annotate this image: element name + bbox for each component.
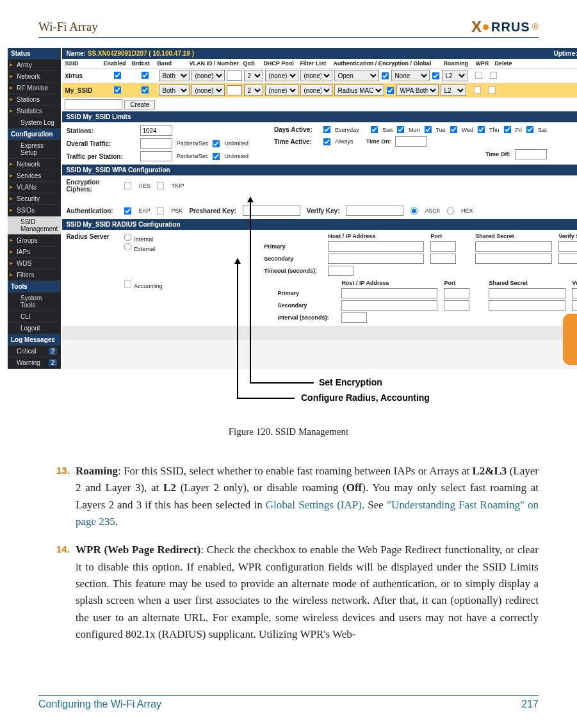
- ascii-radio[interactable]: [410, 207, 418, 214]
- enabled-checkbox[interactable]: [114, 86, 122, 93]
- sidebar-item-express-setup[interactable]: Express Setup: [8, 140, 61, 159]
- delete-checkbox[interactable]: [489, 86, 496, 93]
- vlan-num-input[interactable]: [227, 85, 242, 95]
- new-ssid-input[interactable]: [65, 99, 122, 109]
- acct-pri-host[interactable]: [341, 288, 437, 298]
- acct-sec-port[interactable]: [444, 300, 469, 311]
- perstation-unl-checkbox[interactable]: [213, 152, 220, 160]
- hex-radio[interactable]: [447, 207, 455, 214]
- roam-select[interactable]: L2: [441, 85, 466, 96]
- day-thu[interactable]: [478, 126, 485, 134]
- vlan-select[interactable]: (none): [191, 85, 225, 96]
- overall-input[interactable]: [140, 138, 172, 149]
- eap-checkbox[interactable]: [124, 207, 132, 214]
- acct-pri-port[interactable]: [444, 288, 469, 298]
- sidebar-item-security[interactable]: Security: [8, 193, 61, 205]
- overall-unl-checkbox[interactable]: [213, 140, 220, 147]
- ext-pri-host[interactable]: [328, 241, 424, 252]
- filter-select[interactable]: (none): [300, 70, 332, 81]
- enc-select[interactable]: None: [391, 70, 430, 81]
- acct-sec-secret[interactable]: [489, 300, 565, 311]
- wpr-checkbox[interactable]: [474, 86, 482, 93]
- stations-input[interactable]: [140, 125, 172, 136]
- sidebar-item-cli[interactable]: CLI: [8, 311, 61, 323]
- band-select[interactable]: Both: [159, 85, 190, 96]
- col-vlan: VLAN ID / Number: [189, 60, 241, 67]
- acct-pri-secret[interactable]: [489, 288, 565, 298]
- tkip-checkbox[interactable]: [157, 182, 165, 190]
- link-global-settings[interactable]: Global Settings (IAP): [266, 499, 362, 511]
- sidebar-item-wds[interactable]: WDS: [8, 258, 61, 270]
- dhcp-select[interactable]: (none): [265, 70, 298, 81]
- internal-radio[interactable]: [124, 234, 132, 241]
- vlan-select[interactable]: (none): [191, 70, 225, 81]
- sidebar-item-network[interactable]: Network: [8, 71, 61, 83]
- ext-sec-secret[interactable]: [475, 254, 552, 264]
- dhcp-select[interactable]: (none): [265, 85, 298, 96]
- sidebar-item-ssids[interactable]: SSIDs: [8, 205, 61, 216]
- sidebar-item-array[interactable]: Array: [8, 60, 61, 71]
- sidebar-item-warning[interactable]: Warning2: [8, 357, 61, 369]
- timeon-input[interactable]: [395, 136, 427, 147]
- band-select[interactable]: Both: [159, 70, 190, 81]
- create-button[interactable]: Create: [124, 100, 155, 109]
- day-wed[interactable]: [450, 126, 457, 134]
- day-mon[interactable]: [397, 126, 405, 134]
- enc-global-checkbox[interactable]: [432, 72, 440, 79]
- timeoff-input[interactable]: [515, 149, 547, 159]
- vlan-num-input[interactable]: [227, 70, 242, 81]
- qos-select[interactable]: 2: [244, 70, 263, 81]
- sidebar-item-filters[interactable]: Filters: [8, 270, 61, 281]
- delete-checkbox[interactable]: [490, 71, 498, 79]
- wpr-checkbox[interactable]: [475, 71, 483, 79]
- aes-checkbox[interactable]: [124, 182, 132, 190]
- sidebar-item-critical[interactable]: Critical2: [8, 346, 61, 357]
- day-tue[interactable]: [424, 126, 432, 134]
- ext-pri-port[interactable]: [430, 241, 456, 252]
- acct-sec-verify[interactable]: [572, 300, 577, 311]
- timeout-input[interactable]: [328, 266, 354, 276]
- sidebar-item-stations[interactable]: Stations: [8, 94, 61, 106]
- roam-select[interactable]: L2: [442, 70, 467, 81]
- always-checkbox[interactable]: [323, 138, 331, 145]
- ext-sec-host[interactable]: [328, 254, 424, 264]
- acct-pri-verify[interactable]: [572, 288, 577, 298]
- global-checkbox[interactable]: [387, 86, 394, 94]
- sidebar-item-system-log[interactable]: System Log: [8, 117, 61, 129]
- ext-pri-secret[interactable]: [475, 241, 552, 252]
- sidebar-item-network2[interactable]: Network: [8, 159, 61, 170]
- preshared-input[interactable]: [243, 206, 300, 216]
- perstation-input[interactable]: [140, 151, 172, 161]
- qos-select[interactable]: 2: [244, 85, 263, 96]
- verify-input[interactable]: [346, 206, 403, 216]
- sidebar-item-services[interactable]: Services: [8, 170, 61, 182]
- sidebar-item-statistics[interactable]: Statistics: [8, 106, 61, 117]
- day-sat[interactable]: [526, 126, 534, 134]
- day-fri[interactable]: [503, 126, 511, 134]
- enabled-checkbox[interactable]: [114, 71, 122, 79]
- sidebar-item-rf-monitor[interactable]: RF Monitor: [8, 83, 61, 94]
- brdcst-checkbox[interactable]: [142, 71, 149, 79]
- acct-sec-host[interactable]: [341, 300, 437, 311]
- day-sun[interactable]: [371, 126, 378, 134]
- sidebar-item-logout[interactable]: Logout: [8, 323, 61, 334]
- auth-select[interactable]: Open: [334, 70, 379, 81]
- everyday-checkbox[interactable]: [323, 126, 331, 134]
- brdcst-checkbox[interactable]: [142, 86, 149, 93]
- accounting-checkbox[interactable]: [124, 280, 132, 288]
- ext-sec-verify[interactable]: [558, 254, 577, 264]
- psk-checkbox[interactable]: [157, 207, 165, 214]
- auth-select[interactable]: Radius MAC: [334, 85, 384, 96]
- external-radio[interactable]: [124, 243, 132, 251]
- sidebar-item-iaps[interactable]: IAPs: [8, 247, 61, 258]
- sidebar-item-ssid-management[interactable]: SSID Management: [8, 216, 61, 235]
- interval-input[interactable]: [341, 312, 367, 323]
- ext-pri-verify[interactable]: [558, 241, 577, 252]
- ext-sec-port[interactable]: [430, 254, 456, 264]
- sidebar-item-groups[interactable]: Groups: [8, 235, 61, 247]
- sidebar-item-vlans[interactable]: VLANs: [8, 182, 61, 193]
- filter-select[interactable]: (none): [300, 85, 332, 96]
- sidebar-item-system-tools[interactable]: System Tools: [8, 293, 61, 311]
- enc-select[interactable]: WPA Both: [396, 85, 439, 96]
- global-checkbox[interactable]: [382, 72, 389, 79]
